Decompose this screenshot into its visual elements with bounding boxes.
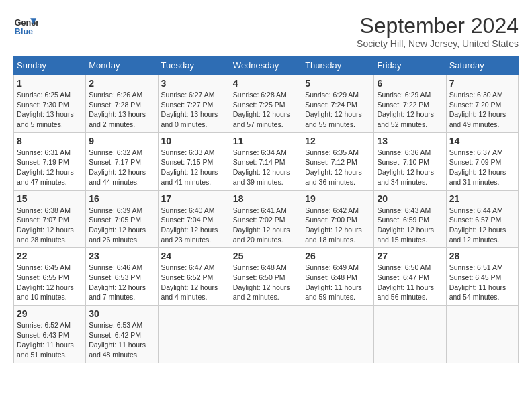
- weekday-header: Monday: [86, 56, 158, 75]
- calendar-cell: 10Sunrise: 6:33 AMSunset: 7:15 PMDayligh…: [158, 132, 230, 190]
- day-number: 25: [233, 250, 299, 261]
- calendar-cell: 24Sunrise: 6:47 AMSunset: 6:52 PMDayligh…: [158, 248, 230, 306]
- calendar-cell: 4Sunrise: 6:28 AMSunset: 7:25 PMDaylight…: [230, 75, 302, 133]
- calendar-week-row: 29Sunrise: 6:52 AMSunset: 6:43 PMDayligh…: [14, 306, 519, 363]
- calendar-cell: [158, 306, 230, 363]
- calendar-cell: 28Sunrise: 6:51 AMSunset: 6:45 PMDayligh…: [446, 248, 518, 306]
- calendar-cell: 6Sunrise: 6:29 AMSunset: 7:22 PMDaylight…: [374, 75, 446, 133]
- day-number: 19: [305, 193, 371, 204]
- day-detail: Sunrise: 6:44 AMSunset: 6:57 PMDaylight:…: [449, 205, 515, 245]
- day-detail: Sunrise: 6:28 AMSunset: 7:25 PMDaylight:…: [233, 90, 299, 130]
- day-detail: Sunrise: 6:36 AMSunset: 7:10 PMDaylight:…: [377, 148, 443, 187]
- day-number: 2: [89, 78, 154, 89]
- weekday-header: Tuesday: [158, 56, 230, 75]
- day-number: 20: [377, 193, 443, 204]
- calendar-cell: 19Sunrise: 6:42 AMSunset: 7:00 PMDayligh…: [302, 190, 374, 248]
- calendar-cell: 22Sunrise: 6:45 AMSunset: 6:55 PMDayligh…: [14, 248, 86, 306]
- day-number: 8: [17, 136, 83, 146]
- day-number: 14: [449, 136, 515, 146]
- day-number: 30: [89, 308, 154, 319]
- day-number: 21: [449, 193, 515, 204]
- day-detail: Sunrise: 6:33 AMSunset: 7:15 PMDaylight:…: [161, 148, 227, 187]
- day-detail: Sunrise: 6:27 AMSunset: 7:27 PMDaylight:…: [161, 90, 227, 130]
- day-number: 6: [377, 78, 443, 89]
- page-header: General Blue September 2024 Society Hill…: [13, 13, 519, 49]
- day-detail: Sunrise: 6:31 AMSunset: 7:19 PMDaylight:…: [17, 148, 83, 187]
- day-detail: Sunrise: 6:37 AMSunset: 7:09 PMDaylight:…: [449, 148, 515, 187]
- day-detail: Sunrise: 6:35 AMSunset: 7:12 PMDaylight:…: [305, 148, 371, 187]
- calendar-week-row: 22Sunrise: 6:45 AMSunset: 6:55 PMDayligh…: [14, 248, 519, 306]
- day-number: 18: [233, 193, 299, 204]
- calendar-cell: 20Sunrise: 6:43 AMSunset: 6:59 PMDayligh…: [374, 190, 446, 248]
- day-number: 13: [377, 136, 443, 146]
- day-detail: Sunrise: 6:46 AMSunset: 6:53 PMDaylight:…: [89, 263, 154, 302]
- day-number: 5: [305, 78, 371, 89]
- calendar-week-row: 8Sunrise: 6:31 AMSunset: 7:19 PMDaylight…: [14, 132, 519, 190]
- weekday-header: Wednesday: [230, 56, 302, 75]
- day-number: 24: [161, 250, 227, 261]
- calendar-week-row: 15Sunrise: 6:38 AMSunset: 7:07 PMDayligh…: [14, 190, 519, 248]
- calendar-cell: 2Sunrise: 6:26 AMSunset: 7:28 PMDaylight…: [86, 75, 158, 133]
- day-detail: Sunrise: 6:38 AMSunset: 7:07 PMDaylight:…: [17, 205, 83, 245]
- calendar-cell: 27Sunrise: 6:50 AMSunset: 6:47 PMDayligh…: [374, 248, 446, 306]
- day-number: 11: [233, 136, 299, 146]
- calendar-cell: 18Sunrise: 6:41 AMSunset: 7:02 PMDayligh…: [230, 190, 302, 248]
- calendar-cell: 8Sunrise: 6:31 AMSunset: 7:19 PMDaylight…: [14, 132, 86, 190]
- day-detail: Sunrise: 6:29 AMSunset: 7:24 PMDaylight:…: [305, 90, 371, 130]
- calendar-cell: 3Sunrise: 6:27 AMSunset: 7:27 PMDaylight…: [158, 75, 230, 133]
- day-number: 27: [377, 250, 443, 261]
- calendar-cell: [230, 306, 302, 363]
- calendar-cell: 5Sunrise: 6:29 AMSunset: 7:24 PMDaylight…: [302, 75, 374, 133]
- svg-text:Blue: Blue: [15, 27, 33, 36]
- day-number: 17: [161, 193, 227, 204]
- calendar-cell: 29Sunrise: 6:52 AMSunset: 6:43 PMDayligh…: [14, 306, 86, 363]
- day-detail: Sunrise: 6:45 AMSunset: 6:55 PMDaylight:…: [17, 263, 83, 302]
- day-detail: Sunrise: 6:30 AMSunset: 7:20 PMDaylight:…: [449, 90, 515, 130]
- day-number: 22: [17, 250, 83, 261]
- weekday-header: Friday: [374, 56, 446, 75]
- logo-icon: General Blue: [13, 13, 38, 38]
- day-detail: Sunrise: 6:39 AMSunset: 7:05 PMDaylight:…: [89, 205, 154, 245]
- day-detail: Sunrise: 6:53 AMSunset: 6:42 PMDaylight:…: [89, 320, 154, 360]
- day-detail: Sunrise: 6:49 AMSunset: 6:48 PMDaylight:…: [305, 263, 371, 302]
- day-detail: Sunrise: 6:25 AMSunset: 7:30 PMDaylight:…: [17, 90, 83, 130]
- day-number: 1: [17, 78, 83, 89]
- day-number: 9: [89, 136, 154, 146]
- calendar-table: SundayMondayTuesdayWednesdayThursdayFrid…: [13, 56, 519, 363]
- calendar-cell: 30Sunrise: 6:53 AMSunset: 6:42 PMDayligh…: [86, 306, 158, 363]
- calendar-cell: 26Sunrise: 6:49 AMSunset: 6:48 PMDayligh…: [302, 248, 374, 306]
- day-detail: Sunrise: 6:43 AMSunset: 6:59 PMDaylight:…: [377, 205, 443, 245]
- calendar-cell: 17Sunrise: 6:40 AMSunset: 7:04 PMDayligh…: [158, 190, 230, 248]
- calendar-cell: 11Sunrise: 6:34 AMSunset: 7:14 PMDayligh…: [230, 132, 302, 190]
- calendar-cell: [302, 306, 374, 363]
- calendar-cell: 1Sunrise: 6:25 AMSunset: 7:30 PMDaylight…: [14, 75, 86, 133]
- day-number: 23: [89, 250, 154, 261]
- weekday-header: Sunday: [14, 56, 86, 75]
- day-detail: Sunrise: 6:52 AMSunset: 6:43 PMDaylight:…: [17, 320, 83, 360]
- calendar-cell: 7Sunrise: 6:30 AMSunset: 7:20 PMDaylight…: [446, 75, 518, 133]
- day-number: 3: [161, 78, 227, 89]
- day-detail: Sunrise: 6:42 AMSunset: 7:00 PMDaylight:…: [305, 205, 371, 245]
- day-number: 7: [449, 78, 515, 89]
- calendar-cell: 21Sunrise: 6:44 AMSunset: 6:57 PMDayligh…: [446, 190, 518, 248]
- day-detail: Sunrise: 6:50 AMSunset: 6:47 PMDaylight:…: [377, 263, 443, 302]
- calendar-cell: 23Sunrise: 6:46 AMSunset: 6:53 PMDayligh…: [86, 248, 158, 306]
- day-number: 29: [17, 308, 83, 319]
- day-detail: Sunrise: 6:29 AMSunset: 7:22 PMDaylight:…: [377, 90, 443, 130]
- day-number: 12: [305, 136, 371, 146]
- calendar-cell: 16Sunrise: 6:39 AMSunset: 7:05 PMDayligh…: [86, 190, 158, 248]
- calendar-cell: 25Sunrise: 6:48 AMSunset: 6:50 PMDayligh…: [230, 248, 302, 306]
- day-number: 4: [233, 78, 299, 89]
- day-detail: Sunrise: 6:41 AMSunset: 7:02 PMDaylight:…: [233, 205, 299, 245]
- calendar-week-row: 1Sunrise: 6:25 AMSunset: 7:30 PMDaylight…: [14, 75, 519, 133]
- calendar-cell: [446, 306, 518, 363]
- day-detail: Sunrise: 6:26 AMSunset: 7:28 PMDaylight:…: [89, 90, 154, 130]
- day-detail: Sunrise: 6:51 AMSunset: 6:45 PMDaylight:…: [449, 263, 515, 302]
- day-detail: Sunrise: 6:40 AMSunset: 7:04 PMDaylight:…: [161, 205, 227, 245]
- calendar-cell: 12Sunrise: 6:35 AMSunset: 7:12 PMDayligh…: [302, 132, 374, 190]
- title-block: September 2024 Society Hill, New Jersey,…: [357, 13, 519, 49]
- month-title: September 2024: [357, 13, 519, 38]
- day-number: 26: [305, 250, 371, 261]
- day-number: 15: [17, 193, 83, 204]
- day-number: 10: [161, 136, 227, 146]
